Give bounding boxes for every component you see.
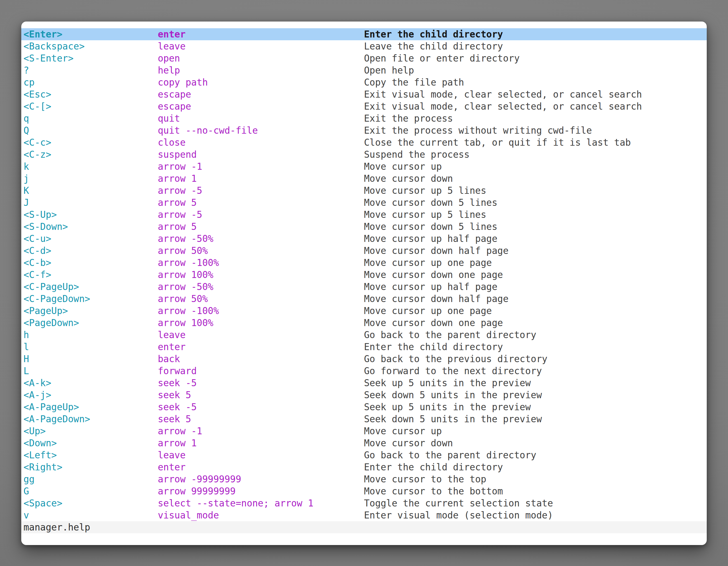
keybinding-row[interactable]: <C-f> arrow 100% Move cursor down one pa… — [21, 269, 707, 281]
key-cell: <C-PageDown> — [24, 293, 90, 305]
description-cell: Move cursor down half page — [364, 245, 509, 257]
keybinding-row[interactable]: k arrow -1 Move cursor up — [21, 161, 707, 173]
key-cell: <C-PageUp> — [24, 281, 79, 293]
keybinding-row[interactable]: H back Go back to the previous directory — [21, 353, 707, 365]
keybinding-row[interactable]: J arrow 5 Move cursor down 5 lines — [21, 197, 707, 209]
keybinding-row[interactable]: Q quit --no-cwd-file Exit the process wi… — [21, 125, 707, 137]
command-cell: seek 5 — [158, 413, 191, 425]
description-cell: Go back to the previous directory — [364, 353, 548, 365]
description-cell: Move cursor down — [364, 173, 453, 185]
key-cell: <A-PageDown> — [24, 413, 90, 425]
key-cell: v — [24, 509, 29, 521]
keybinding-row[interactable]: <S-Enter> open Open file or enter direct… — [21, 52, 707, 64]
key-cell: k — [24, 161, 29, 173]
keybinding-row[interactable]: <C-b> arrow -100% Move cursor up one pag… — [21, 257, 707, 269]
keybinding-row[interactable]: L forward Go forward to the next directo… — [21, 365, 707, 377]
description-cell: Go forward to the next directory — [364, 365, 542, 377]
keybinding-row[interactable]: <C-d> arrow 50% Move cursor down half pa… — [21, 245, 707, 257]
command-cell: arrow -100% — [158, 257, 219, 269]
command-cell: arrow -99999999 — [158, 473, 241, 485]
description-cell: Move cursor down one page — [364, 317, 503, 329]
description-cell: Exit the process — [364, 112, 453, 125]
keybinding-row[interactable]: <A-PageDown> seek 5 Seek down 5 units in… — [21, 413, 707, 425]
command-cell: quit — [158, 112, 180, 125]
description-cell: Move cursor down 5 lines — [364, 221, 497, 233]
keybinding-row[interactable]: <Enter> enter Enter the child directory — [21, 28, 707, 40]
description-cell: Move cursor up 5 lines — [364, 209, 486, 221]
command-cell: enter — [158, 28, 185, 40]
key-cell: <Right> — [24, 461, 62, 473]
command-cell: seek -5 — [158, 377, 197, 389]
command-cell: suspend — [158, 149, 197, 161]
keybinding-row[interactable]: G arrow 99999999 Move cursor to the bott… — [21, 485, 707, 497]
command-cell: seek 5 — [158, 389, 191, 401]
key-cell: <S-Down> — [24, 221, 68, 233]
status-layer-label: manager.help — [24, 521, 90, 533]
key-cell: Q — [24, 125, 29, 137]
keybinding-row[interactable]: <Backspace> leave Leave the child direct… — [21, 40, 707, 52]
keybinding-row[interactable]: <Right> enter Enter the child directory — [21, 461, 707, 473]
keybinding-row[interactable]: q quit Exit the process — [21, 112, 707, 125]
key-cell: l — [24, 341, 29, 353]
keybinding-row[interactable]: j arrow 1 Move cursor down — [21, 173, 707, 185]
description-cell: Exit visual mode, clear selected, or can… — [364, 100, 642, 112]
command-cell: back — [158, 353, 180, 365]
keybinding-row[interactable]: <C-u> arrow -50% Move cursor up half pag… — [21, 233, 707, 245]
keybinding-row[interactable]: <C-PageUp> arrow -50% Move cursor up hal… — [21, 281, 707, 293]
description-cell: Suspend the process — [364, 149, 470, 161]
key-cell: G — [24, 485, 29, 497]
command-cell: forward — [158, 365, 197, 377]
keybinding-row[interactable]: <Up> arrow -1 Move cursor up — [21, 425, 707, 437]
keybinding-row[interactable]: gg arrow -99999999 Move cursor to the to… — [21, 473, 707, 485]
keybinding-list: <Enter> enter Enter the child directory … — [21, 28, 707, 521]
keybinding-row[interactable]: <C-z> suspend Suspend the process — [21, 149, 707, 161]
description-cell: Move cursor down half page — [364, 293, 509, 305]
command-cell: arrow -50% — [158, 233, 213, 245]
keybinding-row[interactable]: <A-k> seek -5 Seek up 5 units in the pre… — [21, 377, 707, 389]
keybinding-row[interactable]: <C-[> escape Exit visual mode, clear sel… — [21, 100, 707, 112]
command-cell: arrow -5 — [158, 209, 202, 221]
command-cell: arrow -50% — [158, 281, 213, 293]
keybinding-row[interactable]: l enter Enter the child directory — [21, 341, 707, 353]
key-cell: <Backspace> — [24, 40, 85, 52]
keybinding-row[interactable]: <A-PageUp> seek -5 Seek up 5 units in th… — [21, 401, 707, 413]
command-cell: arrow 100% — [158, 317, 213, 329]
description-cell: Move cursor up one page — [364, 257, 492, 269]
description-cell: Open file or enter directory — [364, 52, 520, 64]
key-cell: <C-u> — [24, 233, 51, 245]
description-cell: Toggle the current selection state — [364, 497, 553, 509]
command-cell: close — [158, 137, 185, 149]
keybinding-row[interactable]: v visual_mode Enter visual mode (selecti… — [21, 509, 707, 521]
keybinding-row[interactable]: <PageDown> arrow 100% Move cursor down o… — [21, 317, 707, 329]
key-cell: <Down> — [24, 437, 57, 449]
keybinding-row[interactable]: cp copy path Copy the file path — [21, 76, 707, 88]
keybinding-row[interactable]: <PageUp> arrow -100% Move cursor up one … — [21, 305, 707, 317]
description-cell: Move cursor to the bottom — [364, 485, 503, 497]
description-cell: Close the current tab, or quit if it is … — [364, 137, 631, 149]
keybinding-row[interactable]: <Space> select --state=none; arrow 1 Tog… — [21, 497, 707, 509]
keybinding-row[interactable]: h leave Go back to the parent directory — [21, 329, 707, 341]
key-cell: <C-f> — [24, 269, 51, 281]
keybinding-row[interactable]: <Esc> escape Exit visual mode, clear sel… — [21, 88, 707, 100]
keybinding-row[interactable]: <C-c> close Close the current tab, or qu… — [21, 137, 707, 149]
description-cell: Open help — [364, 64, 414, 76]
keybinding-row[interactable]: <Down> arrow 1 Move cursor down — [21, 437, 707, 449]
key-cell: <Up> — [24, 425, 46, 437]
keybinding-row[interactable]: K arrow -5 Move cursor up 5 lines — [21, 185, 707, 197]
keybinding-row[interactable]: <S-Down> arrow 5 Move cursor down 5 line… — [21, 221, 707, 233]
description-cell: Enter the child directory — [364, 341, 503, 353]
description-cell: Seek down 5 units in the preview — [364, 413, 542, 425]
keybinding-row[interactable]: <C-PageDown> arrow 50% Move cursor down … — [21, 293, 707, 305]
command-cell: arrow -100% — [158, 305, 219, 317]
command-cell: help — [158, 64, 180, 76]
keybinding-row[interactable]: ? help Open help — [21, 64, 707, 76]
key-cell: <C-c> — [24, 137, 51, 149]
description-cell: Go back to the parent directory — [364, 329, 536, 341]
keybinding-row[interactable]: <S-Up> arrow -5 Move cursor up 5 lines — [21, 209, 707, 221]
keybinding-row[interactable]: <Left> leave Go back to the parent direc… — [21, 449, 707, 461]
command-cell: open — [158, 52, 180, 64]
command-cell: copy path — [158, 76, 208, 88]
description-cell: Copy the file path — [364, 76, 464, 88]
command-cell: arrow 100% — [158, 269, 213, 281]
keybinding-row[interactable]: <A-j> seek 5 Seek down 5 units in the pr… — [21, 389, 707, 401]
